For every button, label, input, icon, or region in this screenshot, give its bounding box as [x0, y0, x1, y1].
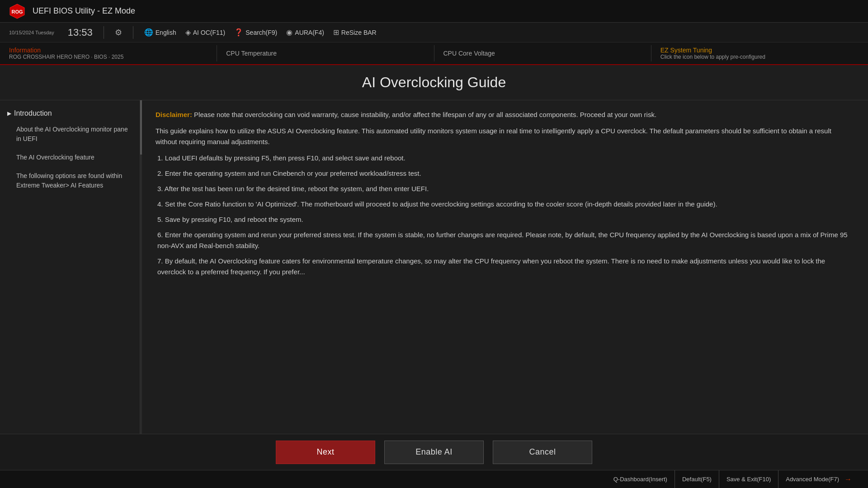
sidebar-item-1[interactable]: About the AI Overclocking monitor pane i… — [16, 125, 132, 144]
info-section-cpu-temp: CPU Temperature — [226, 50, 425, 57]
guide-step-7: 7. By default, the AI Overclocking featu… — [156, 256, 854, 277]
guide-step-1: 1. Load UEFI defaults by pressing F5, th… — [156, 153, 854, 164]
info-section-cpu-voltage: CPU Core Voltage — [443, 50, 642, 57]
svg-text:ROG: ROG — [11, 9, 23, 14]
information-value: ROG CROSSHAIR HERO NERO · BIOS · 2025 — [9, 54, 208, 60]
sidebar-section-title: ▶ Introduction — [7, 109, 132, 117]
datetime-block: 10/15/2024 Tuesday — [9, 30, 54, 35]
footer-save-exit[interactable]: Save & Exit(F10) — [719, 470, 778, 488]
guide-content-area[interactable]: Disclaimer: Please note that overclockin… — [142, 100, 868, 434]
guide-step-2: 2. Enter the operating system and run Ci… — [156, 168, 854, 179]
disclaimer-text: Please note that overclocking can void w… — [192, 111, 656, 118]
nav-resizebar-label: ReSize BAR — [341, 29, 377, 36]
footer-arrow-icon: → — [844, 475, 852, 483]
top-bar-divider — [104, 26, 104, 39]
nav-search-label: Search(F9) — [245, 29, 277, 36]
nav-english-label: English — [156, 29, 176, 36]
info-section-information: Information ROG CROSSHAIR HERO NERO · BI… — [9, 47, 208, 60]
sidebar-scroll-divider — [140, 100, 142, 434]
disclaimer-label: Disclaimer: — [156, 111, 192, 118]
footer-advanced-mode[interactable]: Advanced Mode(F7) → — [778, 470, 859, 488]
guide-step-6: 6. Enter the operating system and rerun … — [156, 230, 854, 251]
nav-search[interactable]: ❓ Search(F9) — [234, 28, 277, 37]
info-section-ez-tuning: EZ System Tuning Click the icon below to… — [660, 47, 859, 60]
nav-aioc-label: AI OC(F11) — [193, 29, 226, 36]
top-bar-divider2 — [133, 26, 133, 39]
footer-default[interactable]: Default(F5) — [675, 470, 719, 488]
guide-step-5: 5. Save by pressing F10, and reboot the … — [156, 214, 854, 225]
nav-resizebar[interactable]: ⊞ ReSize BAR — [333, 28, 377, 37]
nav-aura-label: AURA(F4) — [295, 29, 324, 36]
sidebar-item-3[interactable]: The following options are found within E… — [16, 171, 132, 190]
settings-icon[interactable]: ⚙ — [115, 28, 122, 38]
top-nav-items: 🌐 English ◈ AI OC(F11) ❓ Search(F9) ◉ AU… — [144, 28, 859, 37]
resize-icon: ⊞ — [333, 28, 339, 37]
guide-step-4: 4. Set the Core Ratio function to 'AI Op… — [156, 199, 854, 210]
cpu-temp-label: CPU Temperature — [226, 50, 425, 57]
rog-logo: ROG — [9, 3, 25, 19]
info-divider-1 — [217, 45, 217, 61]
info-divider-2 — [434, 45, 434, 61]
guide-sidebar: ▶ Introduction About the AI Overclocking… — [0, 100, 140, 434]
information-label: Information — [9, 47, 208, 54]
date-display: 10/15/2024 Tuesday — [9, 30, 54, 35]
intro-paragraph: This guide explains how to utilize the A… — [156, 126, 854, 147]
info-bar: Information ROG CROSSHAIR HERO NERO · BI… — [0, 42, 868, 65]
header-title: UEFI BIOS Utility - EZ Mode — [33, 6, 859, 16]
cpu-voltage-label: CPU Core Voltage — [443, 50, 642, 57]
search-icon: ❓ — [234, 28, 243, 37]
guide-step-3: 3. After the test has been run for the d… — [156, 183, 854, 194]
footer-qdashboard[interactable]: Q-Dashboard(Insert) — [606, 470, 675, 488]
guide-container: AI Overclocking Guide ▶ Introduction Abo… — [0, 65, 868, 434]
footer: Q-Dashboard(Insert) Default(F5) Save & E… — [0, 470, 868, 488]
sidebar-scroll-thumb — [140, 100, 142, 155]
aura-icon: ◉ — [286, 28, 292, 37]
nav-aura[interactable]: ◉ AURA(F4) — [286, 28, 324, 37]
guide-body: ▶ Introduction About the AI Overclocking… — [0, 100, 868, 434]
ez-tuning-label: EZ System Tuning — [660, 47, 859, 54]
cancel-button[interactable]: Cancel — [493, 441, 592, 464]
disclaimer-block: Disclaimer: Please note that overclockin… — [156, 109, 854, 120]
nav-aioc[interactable]: ◈ AI OC(F11) — [185, 28, 226, 37]
sidebar-item-2[interactable]: The AI Overclocking feature — [16, 153, 132, 162]
guide-title: AI Overclocking Guide — [9, 74, 859, 91]
footer-advanced-mode-label: Advanced Mode(F7) — [786, 476, 839, 483]
info-divider-3 — [651, 45, 651, 61]
sidebar-arrow-icon: ▶ — [7, 110, 11, 117]
sidebar-section-label: Introduction — [14, 109, 52, 117]
ai-icon: ◈ — [185, 28, 191, 37]
globe-icon: 🌐 — [144, 28, 153, 37]
enable-ai-button[interactable]: Enable AI — [384, 441, 484, 464]
time-display: 13:53 — [68, 27, 93, 38]
sidebar-items-list: About the AI Overclocking monitor pane i… — [7, 125, 132, 190]
guide-title-bar: AI Overclocking Guide — [0, 65, 868, 100]
next-button[interactable]: Next — [276, 441, 375, 464]
nav-english[interactable]: 🌐 English — [144, 28, 176, 37]
ez-tuning-desc: Click the icon below to apply pre-config… — [660, 54, 859, 60]
top-bar: 10/15/2024 Tuesday 13:53 ⚙ 🌐 English ◈ A… — [0, 23, 868, 42]
action-bar: Next Enable AI Cancel — [0, 434, 868, 470]
header: ROG UEFI BIOS Utility - EZ Mode — [0, 0, 868, 23]
